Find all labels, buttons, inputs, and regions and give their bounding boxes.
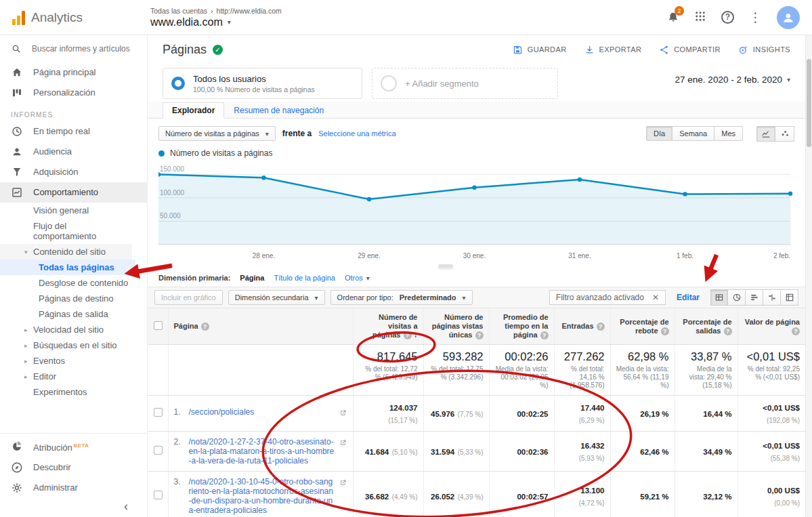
granularity-day-button[interactable]: Día (646, 126, 672, 141)
sidebar-item-site-search[interactable]: ▸ Búsquedas en el sitio (0, 337, 132, 353)
sidebar-item-behavior[interactable]: Comportamiento (0, 182, 147, 203)
data-view-button[interactable] (710, 289, 728, 306)
breadcrumb-account[interactable]: Todas las cuentas (150, 7, 207, 15)
help-icon[interactable]: ? (661, 327, 669, 335)
analytics-logo[interactable]: Analytics (0, 10, 148, 25)
help-icon[interactable]: ? (475, 331, 484, 339)
help-icon[interactable]: ? (724, 327, 732, 335)
totals-exit-rate: 33,87 %Media de la vista: 29,40 % (15,18… (675, 345, 738, 396)
sidebar-item-discover[interactable]: Descubrir (0, 457, 147, 478)
sidebar-item-home[interactable]: Página principal (0, 62, 147, 83)
scrollbar-thumb[interactable] (807, 59, 811, 147)
breadcrumb-property[interactable]: http://www.eldia.com (217, 7, 282, 15)
percentage-view-button[interactable] (728, 289, 746, 306)
breadcrumb[interactable]: Todas las cuentas › http://www.eldia.com (150, 7, 282, 15)
row-checkbox[interactable] (154, 408, 163, 417)
header-avg-time[interactable]: Promedio de tiempo en la página? (489, 308, 554, 345)
row-checkbox[interactable] (154, 491, 163, 499)
page-link[interactable]: /nota/2020-1-30-10-45-0-otro-robo-sangri… (189, 477, 335, 515)
sidebar-item-behavior-flow[interactable]: Flujo del comportamiento (0, 218, 132, 244)
sidebar-item-experiments[interactable]: Experimentos (0, 384, 132, 400)
header-entrances[interactable]: Entradas? (554, 308, 610, 345)
pageviews-line-chart[interactable]: 50.000100.000150.00028 ene.29 ene.30 ene… (158, 161, 794, 261)
search-input[interactable] (30, 43, 132, 54)
header-bounce-rate[interactable]: Porcentaje de rebote? (610, 308, 675, 345)
header-page-value[interactable]: Valor de página? (738, 308, 805, 345)
select-all-checkbox[interactable] (154, 321, 163, 330)
sort-desc-icon[interactable]: ↓ (414, 330, 418, 339)
property-selector[interactable]: www.eldia.com ▾ (150, 16, 282, 28)
row-checkbox[interactable] (154, 446, 163, 455)
sidebar-collapse[interactable]: ‹ (0, 498, 147, 517)
external-link-icon[interactable] (339, 437, 347, 449)
sidebar-item-acquisition[interactable]: Adquisición (0, 162, 147, 182)
date-range-picker[interactable]: 27 ene. 2020 - 2 feb. 2020 ▾ (675, 68, 790, 85)
sidebar-item-landing-pages[interactable]: Páginas de destino (0, 291, 135, 306)
vertical-scrollbar[interactable] (805, 35, 812, 517)
header-page[interactable]: Página? (168, 308, 353, 345)
segment-all-users[interactable]: Todos los usuarios 100,00 % Número de vi… (163, 68, 362, 99)
secondary-dimension-dropdown[interactable]: Dimensión secundaria ▾ (228, 290, 325, 305)
remove-filter-button[interactable]: ✕ (652, 293, 659, 302)
more-menu-button[interactable]: ⋮ (749, 12, 762, 24)
sidebar-item-site-content[interactable]: ▾ Contenido del sitio (0, 244, 132, 260)
metric-dropdown[interactable]: Número de visitas a páginas ▾ (158, 126, 276, 141)
select-metric-link[interactable]: Seleccione una métrica (318, 129, 396, 138)
help-icon[interactable]: ? (597, 323, 605, 331)
external-link-icon[interactable] (339, 477, 347, 489)
tab-explorer[interactable]: Explorador (163, 102, 224, 119)
sort-type-dropdown[interactable]: Ordenar por tipo: Predeterminado ▾ (330, 290, 473, 305)
sidebar-item-admin[interactable]: Administrar (0, 478, 147, 498)
sidebar-item-publisher[interactable]: ▸ Editor (0, 369, 132, 384)
help-icon[interactable]: ? (201, 323, 209, 331)
sidebar-item-content-drilldown[interactable]: Desglose de contenido (0, 275, 135, 291)
header-exit-rate[interactable]: Porcentaje de salidas? (675, 308, 738, 345)
chevron-right-icon: ▸ (24, 372, 28, 382)
help-button[interactable]: ? (721, 11, 734, 24)
help-icon[interactable]: ? (404, 331, 412, 339)
sidebar-item-realtime[interactable]: En tiempo real (0, 121, 147, 142)
chevron-down-icon: ▾ (24, 247, 28, 257)
dimension-more[interactable]: Otros ▾ (345, 274, 370, 282)
dimension-page-title[interactable]: Título de la página (274, 274, 335, 282)
verified-check-icon: ✓ (213, 45, 223, 55)
help-icon[interactable]: ? (540, 331, 549, 339)
save-button[interactable]: GUARDAR (513, 45, 567, 55)
performance-view-button[interactable] (746, 289, 763, 306)
sidebar-item-audience[interactable]: Audiencia (0, 142, 147, 162)
motion-chart-toggle-button[interactable] (775, 126, 794, 142)
sidebar-item-attribution[interactable]: AtribuciónBETA (0, 436, 147, 457)
avatar[interactable] (777, 6, 800, 29)
sidebar-item-all-pages[interactable]: Todas las páginas (0, 260, 135, 275)
page-link[interactable]: /seccion/policiales (189, 407, 335, 417)
notifications-button[interactable]: 2 (667, 10, 679, 25)
add-segment-button[interactable]: + Añadir segmento (372, 68, 558, 99)
bars-icon (750, 293, 759, 302)
comparison-view-button[interactable] (763, 289, 781, 306)
help-icon[interactable]: ? (792, 327, 800, 335)
pivot-view-button[interactable] (781, 289, 798, 306)
header-pageviews[interactable]: Número de visitas a páginas?↓ (353, 308, 423, 345)
header-unique-pageviews[interactable]: Número de páginas vistas únicas? (423, 308, 489, 345)
granularity-week-button[interactable]: Semana (672, 126, 714, 141)
sidebar-item-site-speed[interactable]: ▸ Velocidad del sitio (0, 322, 132, 337)
export-button[interactable]: EXPORTAR (584, 45, 642, 55)
sidebar-search[interactable] (0, 35, 147, 62)
line-chart-toggle-button[interactable] (756, 126, 775, 142)
sidebar-item-customization[interactable]: Personalización (0, 83, 147, 103)
apps-grid-button[interactable] (694, 10, 706, 25)
edit-filter-link[interactable]: Editar (677, 293, 700, 302)
share-button[interactable]: COMPARTIR (659, 45, 721, 55)
sidebar-item-overview[interactable]: Visión general (0, 203, 132, 218)
page-link[interactable]: /nota/2020-1-27-2-37-40-otro-asesinato-e… (189, 437, 335, 466)
granularity-month-button[interactable]: Mes (714, 126, 743, 141)
tab-navigation-summary[interactable]: Resumen de navegación (224, 103, 333, 118)
sidebar-item-events[interactable]: ▸ Eventos (0, 353, 132, 369)
chart-range-handle[interactable] (438, 264, 453, 268)
plot-rows-button[interactable]: Incluir en gráfico (154, 290, 223, 305)
dimension-page[interactable]: Página (240, 274, 264, 282)
sidebar-item-exit-pages[interactable]: Páginas de salida (0, 306, 135, 322)
segments-row: Todos los usuarios 100,00 % Número de vi… (148, 64, 805, 102)
insights-button[interactable]: INSIGHTS (738, 45, 790, 55)
external-link-icon[interactable] (339, 407, 347, 419)
